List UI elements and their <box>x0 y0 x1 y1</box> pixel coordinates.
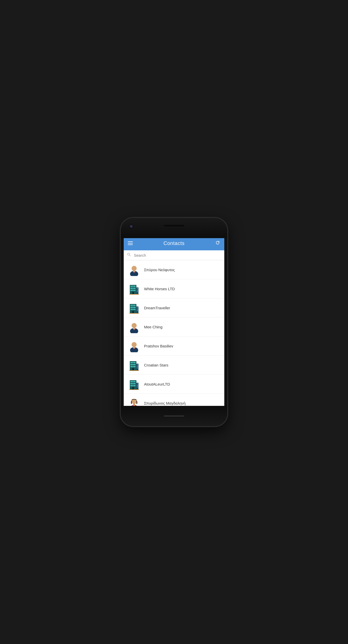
svg-rect-57 <box>131 364 132 365</box>
camera <box>130 225 133 228</box>
svg-rect-72 <box>134 381 135 382</box>
svg-point-40 <box>132 323 137 328</box>
svg-rect-58 <box>132 364 134 365</box>
svg-rect-74 <box>132 383 134 384</box>
list-item[interactable]: Mee Ching <box>124 317 224 336</box>
svg-rect-26 <box>134 305 135 306</box>
app-title: Contacts <box>164 240 185 246</box>
list-item[interactable]: Σπύρου Νεόφυτος <box>124 260 224 279</box>
contact-name: White Horses LTD <box>144 287 175 291</box>
avatar <box>128 263 140 276</box>
svg-rect-81 <box>137 384 138 384</box>
list-item[interactable]: White Horses LTD <box>124 279 224 298</box>
search-input[interactable] <box>134 253 221 257</box>
svg-rect-36 <box>137 309 138 310</box>
contact-name: Mee Ching <box>144 325 163 329</box>
avatar <box>128 378 140 390</box>
svg-rect-33 <box>132 311 134 313</box>
svg-rect-59 <box>134 364 135 365</box>
svg-rect-62 <box>134 366 135 367</box>
phone-frame: Contacts <box>121 218 227 426</box>
svg-rect-63 <box>132 368 134 370</box>
svg-rect-38 <box>129 313 139 314</box>
svg-rect-68 <box>129 370 139 371</box>
svg-rect-17 <box>132 292 134 294</box>
contacts-list: Σπύρου Νεόφυτος White Horses LTD <box>124 260 224 408</box>
svg-rect-35 <box>137 307 138 308</box>
svg-rect-32 <box>134 309 135 310</box>
svg-rect-78 <box>134 385 135 386</box>
svg-rect-66 <box>137 366 138 367</box>
svg-rect-27 <box>131 307 132 308</box>
svg-rect-83 <box>137 387 138 387</box>
avatar <box>128 301 140 314</box>
svg-rect-16 <box>134 290 135 291</box>
svg-rect-71 <box>132 381 134 382</box>
search-icon <box>127 252 131 258</box>
avatar <box>128 282 140 295</box>
svg-rect-29 <box>134 307 135 308</box>
app-bar: Contacts <box>124 236 224 250</box>
contact-name: Σπυρίδωνος Μαγδαληνή <box>144 401 186 405</box>
list-item[interactable]: Pratshov Basiliev <box>124 336 224 356</box>
svg-rect-22 <box>129 294 139 295</box>
phone-screen: Contacts <box>124 236 224 408</box>
avatar <box>128 320 140 333</box>
refresh-button[interactable] <box>215 240 220 247</box>
svg-point-47 <box>132 342 137 347</box>
svg-rect-82 <box>137 385 138 386</box>
svg-rect-21 <box>137 291 138 292</box>
svg-rect-13 <box>134 288 135 289</box>
svg-rect-56 <box>134 362 135 363</box>
svg-rect-20 <box>137 290 138 290</box>
svg-rect-15 <box>132 290 134 291</box>
list-item[interactable]: AtoutALeurLTD <box>124 375 224 394</box>
contact-name: DreamTraveller <box>144 306 170 310</box>
svg-rect-25 <box>132 305 134 306</box>
svg-rect-84 <box>129 389 139 390</box>
svg-point-1 <box>132 266 137 271</box>
svg-rect-37 <box>137 310 138 311</box>
svg-rect-11 <box>131 288 132 289</box>
contact-name: Croatian Stars <box>144 363 168 367</box>
svg-rect-28 <box>132 307 134 308</box>
svg-rect-12 <box>132 288 134 289</box>
phone-top-bezel <box>121 218 227 238</box>
svg-rect-54 <box>131 362 132 363</box>
svg-rect-77 <box>132 385 134 386</box>
svg-rect-24 <box>131 305 132 306</box>
svg-rect-70 <box>131 381 132 382</box>
svg-rect-61 <box>132 366 134 367</box>
avatar <box>128 359 140 371</box>
svg-rect-55 <box>132 362 134 363</box>
svg-rect-9 <box>132 286 134 287</box>
svg-rect-30 <box>131 309 132 310</box>
svg-rect-8 <box>131 286 132 287</box>
svg-rect-76 <box>131 385 132 386</box>
svg-rect-14 <box>131 290 132 291</box>
list-item[interactable]: Croatian Stars <box>124 356 224 375</box>
svg-rect-67 <box>137 367 138 368</box>
speaker <box>164 225 184 226</box>
svg-rect-19 <box>137 288 138 289</box>
svg-rect-31 <box>132 309 134 310</box>
list-item[interactable]: DreamTraveller <box>124 298 224 317</box>
svg-rect-73 <box>131 383 132 384</box>
svg-rect-75 <box>134 383 135 384</box>
avatar <box>128 340 140 352</box>
svg-rect-65 <box>137 364 138 365</box>
search-bar <box>124 250 224 260</box>
contact-name: Pratshov Basiliev <box>144 344 173 348</box>
phone-bottom-bezel <box>121 406 227 426</box>
svg-rect-79 <box>132 387 134 389</box>
home-indicator <box>164 416 184 417</box>
svg-rect-10 <box>134 286 135 287</box>
svg-rect-60 <box>131 366 132 367</box>
contact-name: AtoutALeurLTD <box>144 382 170 386</box>
hamburger-menu-button[interactable] <box>128 241 133 245</box>
contact-name: Σπύρου Νεόφυτος <box>144 268 175 272</box>
